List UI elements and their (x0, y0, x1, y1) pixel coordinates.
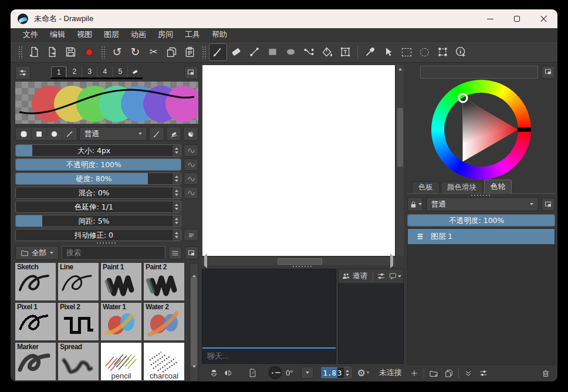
library-dock-options-button[interactable] (185, 246, 198, 259)
add-group-button[interactable] (427, 367, 441, 380)
layer-opacity-slider[interactable]: 不透明度: 100% (407, 214, 555, 227)
spinner[interactable] (172, 229, 181, 241)
toolbar-grip[interactable] (101, 46, 105, 59)
opacity-slider[interactable]: 不透明度: 100% (15, 158, 181, 171)
open-document-button[interactable] (43, 43, 62, 61)
brush-tile[interactable]: Spread (58, 343, 99, 380)
minimize-button[interactable] (476, 9, 503, 28)
spinner[interactable] (172, 187, 181, 198)
redo-button[interactable]: ↻ (126, 43, 144, 61)
brush-category-dropdown[interactable]: 全部 (15, 246, 59, 260)
smudge-slider[interactable]: 混合: 0% (15, 187, 181, 199)
tab-color-wheel[interactable]: 色轮 (484, 180, 512, 193)
text-tool-button[interactable] (336, 43, 354, 61)
invite-button[interactable]: 邀请 (340, 271, 368, 281)
scroll-down-icon[interactable] (192, 368, 196, 379)
spinner[interactable] (172, 145, 181, 156)
eraser-tool-button[interactable] (227, 43, 245, 61)
tab-color-sliders[interactable]: 颜色滑块 (441, 181, 483, 193)
rect-select-tool-button[interactable] (397, 43, 415, 61)
drawing-canvas[interactable] (202, 65, 395, 256)
freehand-tool-button[interactable] (209, 43, 227, 61)
brush-slot-4[interactable]: 4 (97, 66, 112, 77)
brush-blend-mode-dropdown[interactable]: 普通 (79, 127, 147, 141)
dock-splitter[interactable] (202, 265, 404, 268)
copy-button[interactable] (163, 43, 181, 61)
shape-square-pixel-button[interactable] (31, 127, 46, 140)
toolbar-grip[interactable] (202, 46, 206, 59)
duplicate-layer-button[interactable] (442, 367, 456, 380)
menu-file[interactable]: 文件 (18, 28, 43, 41)
brush-slot-2[interactable]: 2 (66, 66, 82, 77)
canvas-background-button[interactable] (245, 366, 259, 379)
opacity-curve-button[interactable] (184, 158, 198, 171)
colorpicker-tool-button[interactable] (361, 43, 379, 61)
brush-grid-scrollbar[interactable] (190, 263, 198, 381)
brush-tile[interactable]: Pixel 2 (58, 303, 99, 340)
spacing-slider[interactable]: 间距: 5% (15, 215, 181, 227)
scroll-right-icon[interactable] (390, 256, 393, 266)
chat-input[interactable] (202, 347, 336, 363)
line-tool-button[interactable] (245, 43, 263, 61)
menu-animation[interactable]: 动画 (126, 28, 151, 41)
zoom-spinbox[interactable]: 1.8 3 (321, 367, 351, 379)
paste-button[interactable] (181, 43, 199, 61)
cut-button[interactable]: ✂ (144, 43, 163, 61)
add-layer-button[interactable] (407, 367, 421, 380)
brush-tile[interactable]: Paint 2 (144, 263, 184, 300)
erase-mode-button[interactable] (166, 127, 181, 141)
brush-tile[interactable]: Water 2 (144, 303, 184, 340)
brush-tile[interactable]: Paint 1 (101, 263, 141, 300)
rotation-dropdown-button[interactable] (301, 367, 314, 379)
size-slider[interactable]: 大小: 4px (15, 144, 181, 157)
brush-tile[interactable]: pencil (101, 343, 141, 380)
scrollbar-thumb[interactable] (397, 108, 403, 167)
smudge-curve-button[interactable] (184, 187, 198, 199)
delete-layer-button[interactable] (539, 367, 553, 380)
undo-button[interactable]: ↺ (108, 43, 126, 61)
new-document-button[interactable] (25, 43, 43, 61)
layer-blend-mode-dropdown[interactable]: 普通 (426, 197, 539, 211)
scrollbar-thumb[interactable] (278, 258, 322, 265)
spinner[interactable] (172, 201, 181, 212)
scroll-left-icon[interactable] (204, 256, 207, 266)
dock-splitter[interactable] (15, 241, 198, 245)
scrollbar-thumb[interactable] (191, 277, 197, 366)
sv-triangle[interactable] (431, 80, 531, 180)
chat-messages[interactable] (202, 269, 336, 347)
menu-tools[interactable]: 工具 (180, 28, 205, 41)
close-button[interactable] (530, 9, 557, 28)
brush-slot-1[interactable]: 1 (51, 66, 66, 77)
layer-dock-options-button[interactable] (542, 198, 555, 211)
fill-tool-button[interactable] (318, 43, 336, 61)
scroll-up-icon[interactable] (192, 265, 196, 275)
brush-tile[interactable]: Sketch (15, 263, 56, 300)
brush-dock-options-button[interactable] (184, 66, 198, 79)
flip-vertical-button[interactable] (207, 366, 221, 379)
bezier-tool-button[interactable] (300, 43, 318, 61)
stabilizer-options-button[interactable] (184, 229, 198, 241)
menu-layer[interactable]: 图层 (99, 28, 124, 41)
hue-marker[interactable] (518, 128, 531, 132)
menu-help[interactable]: 帮助 (207, 28, 232, 41)
chat-options-button[interactable] (388, 270, 401, 283)
brush-tile[interactable]: Pixel 1 (15, 303, 56, 340)
colorpickup-slider[interactable]: 色延伸: 1/1 (15, 201, 181, 213)
record-button[interactable] (80, 43, 98, 61)
menu-edit[interactable]: 编辑 (45, 28, 70, 41)
stabilizer-slider[interactable]: 抖动修正: 0 (15, 229, 181, 241)
user-list[interactable] (338, 283, 404, 364)
spinner[interactable] (172, 173, 181, 184)
brush-settings-button[interactable] (15, 66, 31, 80)
canvas-vscrollbar[interactable] (395, 65, 404, 256)
color-dock-options-button[interactable] (542, 66, 555, 79)
transform-tool-button[interactable] (434, 43, 452, 61)
brush-tile[interactable]: Water 1 (101, 303, 141, 340)
size-curve-button[interactable] (184, 144, 198, 157)
color-wheel[interactable] (431, 80, 531, 180)
view-settings-button[interactable]: ⚙ (357, 367, 366, 379)
brush-tile[interactable]: charcoal (144, 343, 184, 380)
toolbar-grip[interactable] (18, 46, 22, 59)
pen-mode-button[interactable] (149, 127, 164, 141)
hardness-slider[interactable]: 硬度: 80% (15, 173, 181, 185)
